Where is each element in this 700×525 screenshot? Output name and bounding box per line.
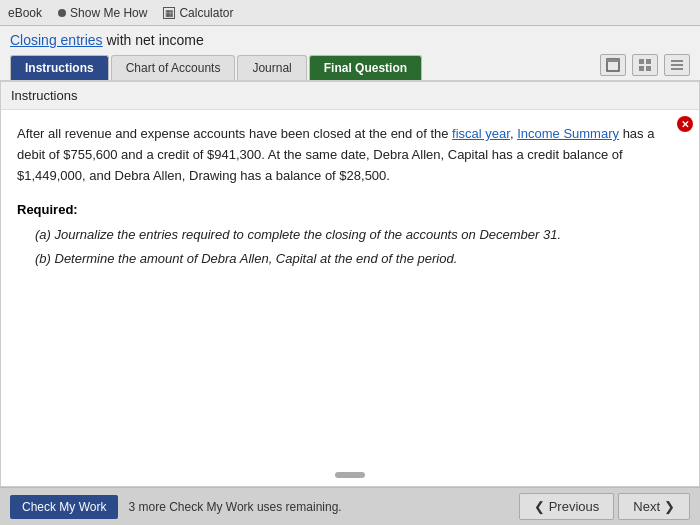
view-icon-3[interactable]	[664, 54, 690, 76]
view-icon-2[interactable]	[632, 54, 658, 76]
grid-icon	[638, 58, 652, 72]
header: Closing entries with net income Instruct…	[0, 26, 700, 81]
required-item-b: (b) Determine the amount of Debra Allen,…	[35, 247, 683, 270]
bottom-bar: Check My Work 3 more Check My Work uses …	[0, 487, 700, 525]
remaining-uses-text: 3 more Check My Work uses remaining.	[128, 500, 341, 514]
list-icon	[670, 58, 684, 72]
section-header-label: Instructions	[11, 88, 77, 103]
svg-rect-3	[646, 59, 651, 64]
previous-button[interactable]: ❮ Previous	[519, 493, 615, 520]
calculator-label: Calculator	[179, 6, 233, 20]
svg-rect-1	[607, 59, 619, 62]
closing-entries-link[interactable]: Closing entries	[10, 32, 103, 48]
tab-bar: Instructions Chart of Accounts Journal F…	[10, 55, 422, 80]
tab-icon-group	[600, 54, 690, 80]
show-me-dot-icon	[58, 9, 66, 17]
required-item-a: (a) Journalize the entries required to c…	[35, 223, 683, 246]
window-icon	[606, 58, 620, 72]
scroll-indicator	[335, 472, 365, 478]
svg-rect-8	[671, 68, 683, 70]
previous-label: Previous	[549, 499, 600, 514]
check-my-work-button[interactable]: Check My Work	[10, 495, 118, 519]
calculator-icon: ▦	[163, 7, 175, 19]
svg-rect-6	[671, 60, 683, 62]
calculator-link[interactable]: ▦ Calculator	[163, 6, 233, 20]
required-label: Required:	[17, 202, 683, 217]
svg-rect-7	[671, 64, 683, 66]
main-content: Instructions ✕ After all revenue and exp…	[0, 81, 700, 487]
show-me-how-link[interactable]: Show Me How	[58, 6, 147, 20]
section-header: Instructions	[1, 82, 699, 110]
fiscal-year-link[interactable]: fiscal year	[452, 126, 510, 141]
tab-journal[interactable]: Journal	[237, 55, 306, 80]
show-me-label: Show Me How	[70, 6, 147, 20]
ebook-link[interactable]: eBook	[8, 6, 42, 20]
content-area: ✕ After all revenue and expense accounts…	[1, 110, 699, 486]
close-button[interactable]: ✕	[677, 116, 693, 132]
page-title: Closing entries with net income	[10, 32, 690, 48]
instructions-paragraph: After all revenue and expense accounts h…	[17, 124, 683, 186]
nav-buttons: ❮ Previous Next ❯	[519, 493, 690, 520]
svg-rect-4	[639, 66, 644, 71]
view-icon-1[interactable]	[600, 54, 626, 76]
chevron-right-icon: ❯	[664, 499, 675, 514]
tab-chart-of-accounts[interactable]: Chart of Accounts	[111, 55, 236, 80]
tab-instructions[interactable]: Instructions	[10, 55, 109, 80]
svg-rect-5	[646, 66, 651, 71]
tab-final-question[interactable]: Final Question	[309, 55, 422, 80]
title-rest: with net income	[103, 32, 204, 48]
top-bar: eBook Show Me How ▦ Calculator	[0, 0, 700, 26]
ebook-label: eBook	[8, 6, 42, 20]
next-label: Next	[633, 499, 660, 514]
income-summary-link[interactable]: Income Summary	[517, 126, 619, 141]
next-button[interactable]: Next ❯	[618, 493, 690, 520]
chevron-left-icon: ❮	[534, 499, 545, 514]
svg-rect-2	[639, 59, 644, 64]
